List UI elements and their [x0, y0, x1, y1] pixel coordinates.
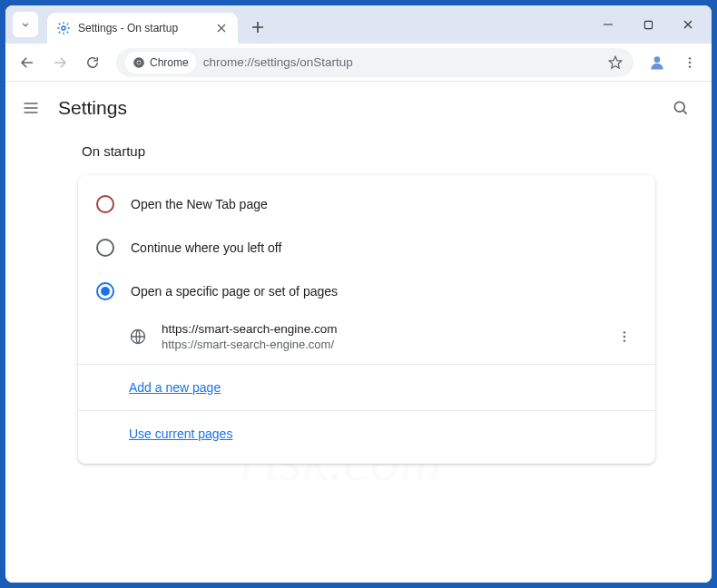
close-icon	[683, 19, 693, 30]
url-text: chrome://settings/onStartup	[203, 55, 599, 69]
profile-button[interactable]	[643, 48, 672, 77]
svg-point-16	[624, 336, 625, 338]
settings-body: On startup Open the New Tab page Continu…	[5, 134, 712, 464]
svg-point-8	[689, 65, 691, 67]
page-title: Settings	[58, 97, 127, 119]
browser-menu-button[interactable]	[675, 48, 704, 77]
forward-button[interactable]	[45, 48, 74, 77]
star-icon	[607, 54, 624, 71]
page-entry-menu-button[interactable]	[612, 324, 637, 349]
svg-point-0	[62, 26, 65, 30]
chrome-logo-icon	[133, 56, 145, 69]
window-controls	[590, 5, 706, 44]
tab-close-button[interactable]	[214, 21, 229, 35]
startup-page-entry: https://smart-search-engine.com https://…	[78, 313, 655, 365]
radio-button[interactable]	[96, 282, 114, 300]
page-url-text: https://smart-search-engine.com/	[162, 338, 597, 351]
arrow-left-icon	[19, 54, 35, 71]
page-title-text: https://smart-search-engine.com	[162, 322, 597, 336]
minimize-button[interactable]	[590, 11, 626, 38]
svg-point-13	[674, 102, 684, 112]
reload-button[interactable]	[78, 48, 107, 77]
section-title: On startup	[78, 143, 668, 159]
option-specific-pages[interactable]: Open a specific page or set of pages	[78, 270, 655, 313]
maximize-icon	[643, 20, 653, 30]
settings-header: Settings	[5, 82, 712, 134]
arrow-right-icon	[52, 54, 68, 71]
svg-point-6	[689, 57, 691, 59]
search-icon	[672, 99, 690, 117]
menu-toggle-button[interactable]	[20, 97, 42, 119]
bookmark-button[interactable]	[606, 54, 624, 72]
tab-strip: Settings - On startup	[5, 5, 712, 44]
add-page-link[interactable]: Add a new page	[129, 380, 221, 395]
close-window-button[interactable]	[670, 11, 706, 38]
plus-icon	[251, 21, 264, 34]
radio-button[interactable]	[96, 239, 114, 257]
browser-window: Settings - On startup	[5, 5, 712, 583]
add-page-row: Add a new page	[78, 365, 655, 411]
svg-rect-1	[644, 21, 652, 28]
svg-point-15	[624, 331, 625, 333]
use-current-pages-link[interactable]: Use current pages	[129, 426, 232, 441]
address-bar[interactable]: Chrome chrome://settings/onStartup	[116, 48, 634, 77]
close-icon	[217, 24, 226, 33]
option-label: Open the New Tab page	[131, 197, 268, 211]
svg-point-4	[137, 61, 141, 64]
startup-options-card: Open the New Tab page Continue where you…	[78, 175, 655, 464]
back-button[interactable]	[13, 48, 42, 77]
svg-point-17	[624, 339, 625, 341]
site-info-chip[interactable]: Chrome	[125, 52, 196, 74]
new-tab-button[interactable]	[245, 15, 270, 40]
tab-title: Settings - On startup	[78, 22, 207, 34]
toolbar: Chrome chrome://settings/onStartup	[5, 44, 712, 82]
option-continue[interactable]: Continue where you left off	[78, 226, 655, 270]
chevron-down-icon	[19, 18, 32, 31]
minimize-icon	[603, 19, 614, 30]
option-label: Continue where you left off	[131, 240, 281, 255]
content-area: risk.com Settings On startup Open the Ne…	[5, 82, 712, 583]
svg-point-5	[654, 56, 661, 63]
hamburger-icon	[22, 99, 40, 117]
kebab-icon	[617, 329, 632, 344]
reload-icon	[84, 54, 101, 71]
radio-button[interactable]	[96, 195, 114, 213]
use-current-row: Use current pages	[78, 411, 655, 456]
svg-point-7	[689, 61, 691, 63]
globe-icon	[129, 328, 147, 346]
maximize-button[interactable]	[630, 11, 666, 38]
chip-label: Chrome	[150, 56, 189, 69]
active-tab[interactable]: Settings - On startup	[47, 13, 238, 44]
tab-search-button[interactable]	[13, 12, 38, 37]
settings-gear-icon	[56, 21, 71, 35]
option-label: Open a specific page or set of pages	[131, 284, 338, 299]
kebab-icon	[683, 55, 697, 70]
option-new-tab[interactable]: Open the New Tab page	[78, 182, 655, 226]
search-settings-button[interactable]	[664, 92, 697, 124]
avatar-icon	[648, 54, 666, 72]
